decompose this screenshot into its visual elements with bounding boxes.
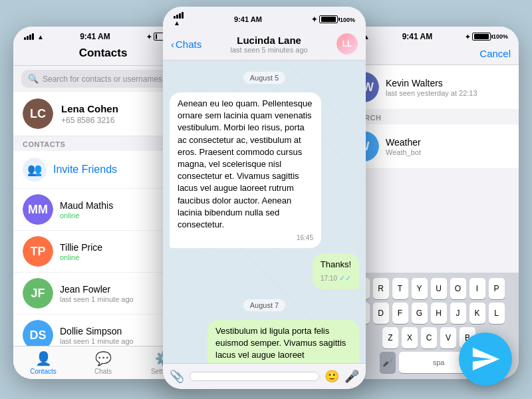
cancel-button[interactable]: Cancel [479, 48, 511, 59]
right-status-bar: ▲ 9:41 AM ✦ 100% [339, 27, 519, 44]
back-label[interactable]: Chats [176, 39, 201, 50]
chat-messages: August 5 Aenean eu leo quam. Pellentesqu… [163, 61, 366, 363]
right-result-info: Weather Weath_bot [386, 137, 421, 156]
keyboard-row-1: E R T Y U O I P [342, 278, 516, 299]
signal-bars [24, 33, 34, 40]
right-battery-pct: 100% [493, 33, 508, 40]
avatar: TP [23, 236, 53, 267]
profile-phone: +65 8586 3216 [61, 116, 118, 125]
tab-chats-label: Chats [94, 368, 112, 375]
signal-bar-3 [29, 35, 31, 40]
key-o[interactable]: O [450, 278, 466, 299]
chat-header: ‹ Chats Lucinda Lane last seen 5 minutes… [163, 29, 366, 61]
right-search-section-label: Search [339, 110, 519, 124]
contact-name: Maud Mathis [60, 200, 113, 211]
signal-bar-2 [27, 36, 29, 40]
center-time: 9:41 AM [234, 15, 262, 23]
key-f[interactable]: F [392, 303, 408, 324]
date-divider-2-label: August 7 [243, 299, 285, 311]
message-text-3: Vestibulum id ligula porta felis euismod… [215, 326, 346, 360]
date-divider-2: August 7 [170, 299, 359, 311]
key-r[interactable]: R [373, 278, 389, 299]
signal-bar-4 [32, 33, 34, 40]
profile-info: Lena Cohen +65 8586 3216 [61, 103, 118, 125]
invite-label[interactable]: Invite Friends [53, 164, 117, 176]
key-j[interactable]: J [450, 303, 466, 324]
key-i[interactable]: I [469, 278, 485, 299]
chat-input-field[interactable] [190, 372, 319, 381]
s3 [179, 13, 181, 19]
chat-avatar-placeholder: LL [336, 33, 358, 55]
right-search-result[interactable]: W Weather Weath_bot [339, 124, 519, 169]
profile-name: Lena Cohen [61, 103, 118, 114]
message-received-1: Aenean eu leo quam. Pellentesque ornare … [170, 92, 321, 248]
date-divider-1: August 5 [170, 71, 359, 83]
contact-status: online [60, 253, 102, 261]
right-chat-item[interactable]: KW Kevin Walters last seen yesterday at … [339, 65, 519, 110]
contact-info: Dollie Simpson last seen 1 minute ago [60, 326, 134, 345]
message-sent-1: Thanks! 17:10 ✓✓ [313, 253, 359, 289]
s2 [176, 15, 178, 19]
message-time-2: 17:10 ✓✓ [321, 273, 351, 283]
message-text-2: Thanks! [321, 259, 351, 269]
key-h[interactable]: H [431, 303, 447, 324]
key-u[interactable]: U [431, 278, 447, 299]
contact-name: Jean Fowler [60, 284, 134, 295]
back-button[interactable]: ‹ Chats [171, 39, 201, 50]
right-battery [472, 33, 491, 41]
bluetooth-icon: ✦ [146, 33, 152, 41]
key-g[interactable]: G [412, 303, 428, 324]
search-input-box[interactable]: 🔍 Search for contacts or usernames [21, 70, 185, 88]
tab-chats[interactable]: 💬 Chats [73, 350, 133, 375]
checkmark-icon: ✓✓ [339, 273, 351, 283]
wifi-icon: ▲ [37, 33, 44, 41]
chat-header-info: Lucinda Lane last seen 5 minutes ago [207, 35, 331, 54]
right-chat-status: last seen yesterday at 22:13 [386, 89, 477, 97]
date-divider-1-label: August 5 [243, 72, 285, 84]
mic-key[interactable]: 🎤 [380, 352, 396, 373]
message-text-1: Aenean eu leo quam. Pellentesque ornare … [178, 98, 312, 229]
invite-icon: 👥 [23, 158, 47, 182]
attachment-icon[interactable]: 📎 [170, 369, 184, 384]
contact-info: Tillie Price online [60, 242, 102, 261]
key-k[interactable]: K [469, 303, 485, 324]
center-left-icons: ▲ [174, 12, 185, 27]
center-battery [319, 15, 338, 23]
key-p[interactable]: P [489, 278, 505, 299]
profile-avatar: LC [23, 98, 53, 129]
chat-input-bar: 📎 🙂 🎤 [163, 363, 366, 389]
contact-info: Maud Mathis online [60, 200, 113, 219]
contact-status: last seen 1 minute ago [60, 295, 134, 303]
signal-bar-1 [24, 37, 26, 40]
key-x[interactable]: X [402, 327, 418, 348]
center-battery-pct: 100% [340, 17, 355, 23]
avatar: MM [23, 194, 53, 225]
chats-tab-icon: 💬 [95, 350, 112, 366]
right-bt-icon: ✦ [465, 33, 470, 41]
telegram-logo [459, 332, 512, 386]
telegram-icon [470, 344, 501, 374]
key-y[interactable]: Y [412, 278, 428, 299]
center-status-bar: ▲ 9:41 AM ✦ 100% [163, 7, 366, 29]
contact-name: Dollie Simpson [60, 326, 134, 336]
key-z[interactable]: Z [382, 327, 398, 348]
key-t[interactable]: T [392, 278, 408, 299]
tab-contacts[interactable]: 👤 Contacts [13, 350, 73, 375]
phone-right: ▲ 9:41 AM ✦ 100% Cancel KW Kevin Walters [339, 27, 519, 379]
search-icon: 🔍 [28, 74, 39, 84]
key-c[interactable]: C [421, 327, 437, 348]
right-chat-name: Kevin Walters [386, 78, 477, 88]
key-d[interactable]: D [373, 303, 389, 324]
key-l[interactable]: L [489, 303, 505, 324]
sticker-icon[interactable]: 🙂 [325, 369, 339, 384]
contacts-tab-icon: 👤 [35, 350, 52, 366]
right-result-sub: Weath_bot [386, 148, 421, 156]
avatar: JF [23, 278, 53, 309]
right-header: Cancel [339, 44, 519, 65]
contact-status: online [60, 211, 113, 219]
tab-contacts-label: Contacts [30, 368, 56, 375]
key-v[interactable]: V [440, 327, 456, 348]
mic-icon[interactable]: 🎤 [344, 369, 359, 384]
contact-name: Tillie Price [60, 242, 102, 253]
chat-avatar[interactable]: LL [336, 33, 358, 55]
